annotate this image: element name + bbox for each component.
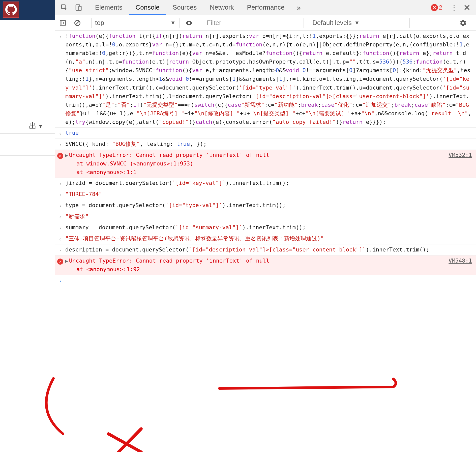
console-result: "三体-项目管理平台-资讯稽核管理平台(敏感资讯、标签数量异常资讯、重名资讯列表…: [65, 234, 472, 243]
chevron-left-icon: ‹: [59, 213, 62, 221]
chevron-left-icon: ‹: [59, 235, 62, 243]
app-sliver: 出 ▾: [0, 0, 55, 452]
export-label: 出: [29, 121, 37, 131]
chevron-left-icon: ‹: [59, 130, 62, 137]
disclosure-triangle-icon[interactable]: ▶: [65, 258, 68, 264]
console-settings-icon[interactable]: [459, 18, 469, 28]
console-prompt-row[interactable]: ›: [55, 275, 476, 286]
chevron-right-icon: ›: [59, 224, 62, 232]
live-expression-icon[interactable]: [184, 18, 194, 28]
console-input-row: › type = document.querySelector(`[id="ty…: [55, 200, 476, 211]
console-output-row: ‹ true: [55, 128, 476, 139]
chevron-right-icon: ›: [59, 202, 62, 210]
app-logo[interactable]: [3, 2, 19, 18]
console-output-row: ‹ "三体-项目管理平台-资讯稽核管理平台(敏感资讯、标签数量异常资讯、重名资讯…: [55, 233, 476, 244]
error-message: ▶Uncaught TypeError: Cannot read propert…: [65, 151, 441, 177]
svg-rect-2: [79, 6, 81, 10]
console-result: "THREE-784": [65, 190, 472, 199]
console-output-row: ‹ "新需求": [55, 211, 476, 222]
error-count: 2: [439, 4, 442, 11]
disclosure-triangle-icon[interactable]: ▶: [65, 153, 68, 158]
console-output-row: ‹ "THREE-784": [55, 189, 476, 200]
log-levels-label: Default levels: [312, 19, 352, 27]
filter-input[interactable]: [203, 18, 304, 28]
tabs-overflow-icon[interactable]: »: [291, 3, 306, 12]
console-code: description = document.querySelector(`[i…: [65, 245, 472, 254]
log-levels-selector[interactable]: Default levels ▼: [310, 19, 362, 27]
context-selector[interactable]: top ▼: [91, 18, 180, 28]
console-result: true: [65, 129, 472, 137]
chevron-right-icon: ›: [59, 246, 62, 254]
svg-point-8: [188, 22, 190, 23]
device-toolbar-icon[interactable]: [73, 2, 84, 13]
error-message: ▶Uncaught TypeError: Cannot read propert…: [65, 257, 441, 274]
clear-console-icon[interactable]: [72, 18, 82, 28]
export-dropdown[interactable]: 出 ▾: [0, 119, 55, 134]
tab-sources[interactable]: Sources: [166, 0, 203, 15]
caret-down-icon: ▼: [170, 20, 176, 26]
app-header: [0, 0, 55, 20]
tab-network[interactable]: Network: [203, 0, 240, 15]
console-input-row: › description = document.querySelector(`…: [55, 244, 476, 256]
console-code: type = document.querySelector(`[id="type…: [65, 201, 472, 210]
chevron-right-icon: ›: [59, 141, 62, 149]
svg-rect-3: [60, 20, 66, 25]
console-code: summary = document.querySelector(`[id="s…: [65, 223, 472, 232]
error-source-link[interactable]: VM532:1: [441, 151, 472, 177]
devtools-panel: Elements Console Sources Network Perform…: [55, 0, 476, 452]
console-prompt-input[interactable]: [65, 276, 472, 285]
devtools-tab-strip: Elements Console Sources Network Perform…: [55, 0, 476, 15]
chevron-right-icon: ›: [59, 277, 62, 285]
error-icon: ✕: [431, 4, 438, 11]
console-input-row: › jiraId = document.querySelector(`[id="…: [55, 178, 476, 189]
console-input-row: › summary = document.querySelector(`[id=…: [55, 222, 476, 233]
console-error-row[interactable]: ✕ ▶Uncaught TypeError: Cannot read prope…: [55, 150, 476, 178]
tab-console[interactable]: Console: [129, 0, 166, 15]
error-badge[interactable]: ✕ 2: [431, 4, 446, 11]
tab-performance[interactable]: Performance: [241, 0, 291, 15]
console-input-row: › !function(e){function t(r){if(n[r])ret…: [55, 31, 476, 128]
octocat-icon: [5, 4, 17, 15]
console-code: jiraId = document.querySelector(`[id="ke…: [65, 179, 472, 188]
error-icon: ✕: [57, 259, 63, 265]
caret-down-icon: ▾: [39, 123, 42, 130]
caret-down-icon: ▼: [354, 20, 360, 26]
devtools-menu-icon[interactable]: ⋮: [450, 3, 458, 12]
console-input-row: › SVNCC({ kind: "BUG修复", testing: true, …: [55, 139, 476, 150]
close-devtools-icon[interactable]: ✕: [463, 3, 470, 13]
console-toolbar: top ▼ Default levels ▼: [55, 15, 476, 31]
chevron-right-icon: ›: [59, 33, 62, 126]
console-code: SVNCC({ kind: "BUG修复", testing: true, })…: [65, 140, 472, 149]
error-icon: ✕: [57, 153, 63, 159]
tab-elements[interactable]: Elements: [88, 0, 129, 15]
chevron-left-icon: ‹: [59, 191, 62, 199]
console-sidebar-toggle-icon[interactable]: [58, 18, 68, 28]
console-result: "新需求": [65, 212, 472, 221]
divider: [0, 155, 55, 156]
console-error-row[interactable]: ✕ ▶Uncaught TypeError: Cannot read prope…: [55, 256, 476, 275]
console-output[interactable]: › !function(e){function t(r){if(n[r])ret…: [55, 31, 476, 452]
console-code: !function(e){function t(r){if(n[r])retur…: [65, 32, 472, 126]
error-source-link[interactable]: VM548:1: [441, 257, 472, 274]
context-value: top: [95, 19, 104, 27]
inspect-element-icon[interactable]: [59, 2, 70, 13]
svg-marker-5: [63, 22, 65, 24]
svg-line-7: [76, 21, 79, 25]
chevron-right-icon: ›: [59, 180, 62, 188]
